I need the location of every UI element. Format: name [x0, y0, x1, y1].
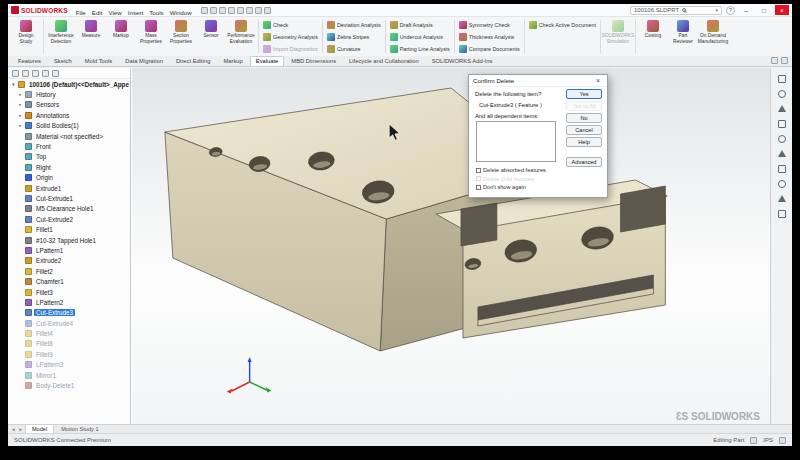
- tree-item-cut-extrude4[interactable]: Cut-Extrude4: [8, 318, 130, 328]
- tree-item-lpattern1[interactable]: LPattern1: [8, 245, 130, 255]
- collapsed-caret-icon[interactable]: ▸: [18, 113, 23, 118]
- help-button[interactable]: ?: [726, 6, 735, 15]
- options-icon[interactable]: [264, 7, 271, 14]
- tree-item-extrude1[interactable]: Extrude1: [8, 183, 130, 193]
- don-t-show-again-checkbox[interactable]: Don't show again: [476, 184, 546, 190]
- minimize-button[interactable]: –: [739, 5, 753, 15]
- tree-item-fillet1[interactable]: Fillet1: [8, 224, 130, 234]
- symmetry-check-button[interactable]: Symmetry Check: [457, 19, 512, 31]
- menu-tools[interactable]: Tools: [149, 9, 163, 16]
- ribbon-display-options-icon[interactable]: [781, 57, 788, 64]
- tree-item-extrude2[interactable]: Extrude2: [8, 256, 130, 266]
- tab-scroll-right-icon[interactable]: ►: [17, 425, 23, 433]
- custom-properties-icon[interactable]: [750, 437, 757, 444]
- tree-item-10-32-tapped-hole1[interactable]: #10-32 Tapped Hole1: [8, 235, 130, 245]
- thickness-analysis-button[interactable]: Thickness Analysis: [457, 31, 517, 43]
- undercut-analysis-button[interactable]: Undercut Analysis: [388, 31, 445, 43]
- tab-sketch[interactable]: Sketch: [48, 56, 78, 66]
- compare-documents-button[interactable]: Compare Documents: [457, 43, 522, 55]
- maximize-button[interactable]: □: [757, 5, 771, 15]
- tree-item-mirror1[interactable]: Mirror1: [8, 370, 130, 380]
- undo-icon[interactable]: [237, 7, 244, 14]
- menu-insert[interactable]: Insert: [128, 9, 143, 16]
- collapsed-caret-icon[interactable]: ▸: [18, 123, 23, 128]
- expanded-caret-icon[interactable]: ▾: [11, 82, 16, 87]
- tree-item-cut-extrude3[interactable]: Cut-Extrude3: [8, 308, 130, 318]
- hide-show-items-icon[interactable]: [775, 163, 788, 174]
- menu-file[interactable]: File: [76, 9, 86, 16]
- search-box[interactable]: 100106.SLDPRT ▾: [630, 6, 722, 15]
- tree-item-lpattern3[interactable]: LPattern3: [8, 360, 130, 370]
- tree-item-top[interactable]: Top: [8, 152, 130, 162]
- tree-item-fillet2[interactable]: Fillet2: [8, 266, 130, 276]
- doc-tab-model[interactable]: Model: [25, 425, 54, 433]
- dialog-close-icon[interactable]: ×: [593, 77, 603, 84]
- collapsed-caret-icon[interactable]: ▸: [18, 92, 23, 97]
- zoom-to-area-icon[interactable]: [775, 88, 788, 99]
- view-orientation-icon[interactable]: [775, 133, 788, 144]
- tab-data-migration[interactable]: Data Migration: [119, 56, 169, 66]
- zebra-stripes-button[interactable]: Zebra Stripes: [325, 31, 371, 43]
- display-style-icon[interactable]: [775, 148, 788, 159]
- yes-button[interactable]: Yes: [566, 89, 602, 99]
- section-view-icon[interactable]: [775, 118, 788, 129]
- mass-properties-button[interactable]: Mass Properties: [136, 18, 166, 44]
- tab-evaluate[interactable]: Evaluate: [250, 56, 285, 66]
- section-properties-button[interactable]: Section Properties: [166, 18, 196, 44]
- tree-item-m5-clearance-hole1[interactable]: M5 Clearance Hole1: [8, 204, 130, 214]
- advanced-button[interactable]: Advanced: [566, 157, 602, 167]
- tree-item-fillet9[interactable]: Fillet9: [8, 349, 130, 359]
- tab-markup[interactable]: Markup: [217, 56, 248, 66]
- interference-detection-button[interactable]: Interference Detection: [46, 18, 76, 44]
- graphics-viewport[interactable]: 3S SOLIDWORKS: [132, 68, 770, 424]
- configuration-manager-icon[interactable]: [32, 70, 39, 77]
- rotate-view-icon[interactable]: [775, 208, 788, 219]
- check-active-document-button[interactable]: Check Active Document: [527, 19, 598, 31]
- menu-window[interactable]: Window: [170, 9, 192, 16]
- property-manager-icon[interactable]: [22, 70, 29, 77]
- measure-button[interactable]: Measure: [76, 18, 106, 39]
- save-icon[interactable]: [219, 7, 226, 14]
- menu-view[interactable]: View: [108, 9, 121, 16]
- units-selector[interactable]: IPS: [763, 437, 773, 443]
- tree-item-history[interactable]: ▸History: [8, 89, 130, 99]
- performance-evaluation-button[interactable]: Performance Evaluation: [226, 18, 256, 44]
- tree-item-chamfer1[interactable]: Chamfer1: [8, 276, 130, 286]
- dependent-items-listbox[interactable]: [476, 121, 556, 162]
- tab-lifecycle-and-collaboration[interactable]: Lifecycle and Collaboration: [343, 56, 425, 66]
- on-demand-manufacturing-button[interactable]: On Demand Manufacturing: [698, 18, 728, 44]
- curvature-button[interactable]: Curvature: [325, 43, 363, 55]
- open-icon[interactable]: [210, 7, 217, 14]
- design-study-button[interactable]: Design Study: [11, 18, 41, 44]
- display-manager-icon[interactable]: [52, 70, 59, 77]
- edit-appearance-icon[interactable]: [775, 178, 788, 189]
- tree-item-fillet3[interactable]: Fillet3: [8, 287, 130, 297]
- draft-analysis-button[interactable]: Draft Analysis: [388, 19, 435, 31]
- no-button[interactable]: No: [566, 113, 602, 123]
- dialog-title-bar[interactable]: Confirm Delete ×: [469, 75, 607, 87]
- close-button[interactable]: ×: [775, 5, 789, 15]
- tab-mbd-dimensions[interactable]: MBD Dimensions: [285, 56, 342, 66]
- tab-features[interactable]: Features: [12, 56, 47, 66]
- arm-notch-right[interactable]: [620, 186, 665, 232]
- tab-direct-editing[interactable]: Direct Editing: [170, 56, 216, 66]
- menu-edit[interactable]: Edit: [92, 9, 103, 16]
- tree-item-cut-extrude2[interactable]: Cut-Extrude2: [8, 214, 130, 224]
- rebuild-icon[interactable]: [255, 7, 262, 14]
- feature-manager-tree-icon[interactable]: [12, 70, 19, 77]
- view-settings-icon[interactable]: [775, 193, 788, 204]
- geometry-analysis-button[interactable]: Geometry Analysis: [261, 31, 320, 43]
- deviation-analysis-button[interactable]: Deviation Analysis: [325, 19, 383, 31]
- tree-item-annotations[interactable]: ▸Annotations: [8, 110, 130, 120]
- doc-tab-motion-study-1[interactable]: Motion Study 1: [55, 425, 104, 433]
- tab-scroll-left-icon[interactable]: ◄: [10, 425, 16, 433]
- markup-button[interactable]: Markup: [106, 18, 136, 39]
- new-icon[interactable]: [201, 7, 208, 14]
- tree-item-sensors[interactable]: ▸Sensors: [8, 100, 130, 110]
- previous-view-icon[interactable]: [775, 103, 788, 114]
- tree-item-front[interactable]: Front: [8, 141, 130, 151]
- part-reviewer-button[interactable]: Part Reviewer: [668, 18, 698, 44]
- tag-icon[interactable]: [779, 437, 786, 444]
- tree-item-fillet8[interactable]: Fillet8: [8, 339, 130, 349]
- print-icon[interactable]: [228, 7, 235, 14]
